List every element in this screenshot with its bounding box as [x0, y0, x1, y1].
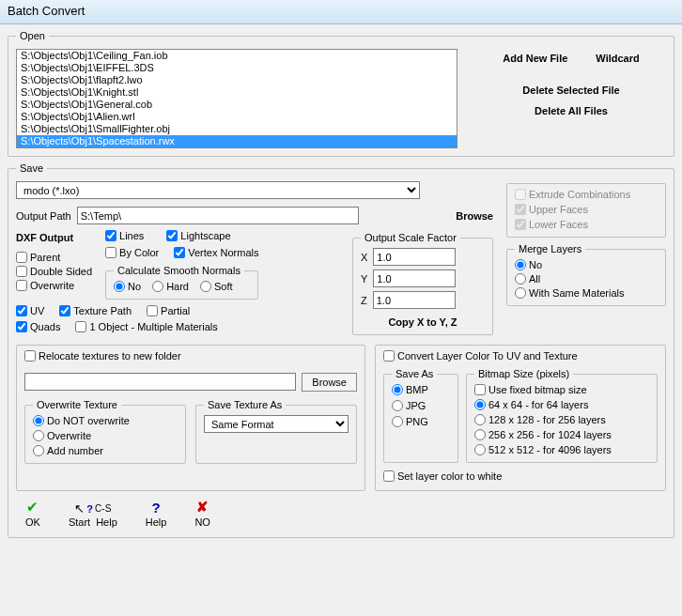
extrude-checkbox: Extrude Combinations [515, 189, 658, 200]
calc-normals-group: Calculate Smooth Normals No Hard Soft [105, 265, 258, 300]
vertex-normals-checkbox[interactable]: Vertex Normals [174, 247, 258, 258]
overwrite-checkbox[interactable]: Overwrite [16, 280, 92, 291]
help-icon: ? [151, 500, 160, 516]
browse-output-button[interactable]: Browse [456, 210, 493, 222]
lightscape-checkbox[interactable]: Lightscape [166, 230, 230, 241]
texture-group: Relocate textures to new folder Browse O… [16, 345, 365, 491]
scale-group: Output Scale Factor X Y Z Copy X to Y, Z [352, 232, 493, 335]
png-radio[interactable]: PNG [392, 416, 450, 427]
jpg-radio[interactable]: JPG [392, 400, 450, 411]
file-list[interactable]: S:\Objects\Obj1\Ceiling_Fan.iobS:\Object… [16, 49, 457, 148]
cs-help-button[interactable]: ↖ ? C-S StartHelp [69, 501, 117, 528]
scale-y-input[interactable] [373, 270, 456, 287]
merge-layers-group: Merge Layers No All With Same Materials [506, 243, 666, 306]
calc-soft-radio[interactable]: Soft [200, 281, 233, 292]
quads-checkbox[interactable]: Quads [16, 321, 60, 332]
relocate-checkbox[interactable]: Relocate textures to new folder [24, 350, 181, 362]
relocate-path-input[interactable] [24, 373, 296, 391]
open-group: Open S:\Objects\Obj1\Ceiling_Fan.iobS:\O… [8, 30, 674, 157]
lower-faces-checkbox: Lower Faces [515, 219, 658, 230]
file-list-item[interactable]: S:\Objects\Obj1\EIFFEL.3DS [17, 62, 457, 74]
delete-all-button[interactable]: Delete All Files [535, 105, 608, 116]
lines-checkbox[interactable]: Lines [105, 230, 144, 241]
save-group: Save modo (*.lxo) Output Path Browse [8, 162, 674, 538]
help-button[interactable]: ? Help [146, 500, 167, 528]
file-list-item[interactable]: S:\Objects\Obj1\Knight.stl [17, 86, 457, 99]
bitmap-size-group: Bitmap Size (pixels) Use fixed bitmap si… [466, 368, 658, 463]
save-texture-as-group: Save Texture As Same Format [195, 399, 357, 464]
file-list-item[interactable]: S:\Objects\Obj1\Spacestation.rwx [17, 135, 457, 147]
copy-x-button[interactable]: Copy X to Y, Z [361, 316, 485, 328]
save-as-format-group: Save As BMP JPG PNG [383, 368, 458, 463]
file-list-item[interactable]: S:\Objects\Obj1\General.cob [17, 99, 457, 111]
save-texture-as-select[interactable]: Same Format [204, 415, 349, 433]
file-list-item[interactable]: S:\Objects\Obj1\Alien.wrl [17, 111, 457, 123]
delete-selected-button[interactable]: Delete Selected File [522, 85, 619, 96]
output-path-input[interactable] [77, 207, 359, 224]
size-128-radio[interactable]: 128 x 128 - for 256 layers [474, 414, 649, 425]
title-bar: Batch Convert [0, 0, 682, 24]
ow-yes-radio[interactable]: Overwrite [33, 430, 178, 441]
cursor-icon: ↖ [74, 501, 85, 516]
upper-faces-checkbox: Upper Faces [515, 204, 658, 215]
window-title: Batch Convert [8, 4, 85, 18]
overwrite-texture-group: Overwrite Texture Do NOT overwrite Overw… [24, 399, 186, 464]
wildcard-button[interactable]: Wildcard [596, 53, 639, 64]
merge-no-radio[interactable]: No [515, 259, 658, 270]
texture-path-checkbox[interactable]: Texture Path [59, 305, 132, 316]
one-object-checkbox[interactable]: 1 Object - Multiple Materials [75, 321, 217, 332]
calc-no-radio[interactable]: No [114, 281, 141, 292]
bycolor-checkbox[interactable]: By Color [105, 247, 159, 258]
ow-no-radio[interactable]: Do NOT overwrite [33, 415, 178, 426]
double-sided-checkbox[interactable]: Double Sided [16, 266, 92, 277]
cross-icon: ✘ [196, 499, 209, 516]
ok-button[interactable]: ✔ OK [25, 499, 40, 528]
size-512-radio[interactable]: 512 x 512 - for 4096 layers [474, 444, 649, 455]
add-new-file-button[interactable]: Add New File [503, 53, 567, 64]
partial-checkbox[interactable]: Partial [147, 305, 190, 316]
scale-z-input[interactable] [373, 291, 456, 309]
check-icon: ✔ [26, 499, 39, 516]
size-256-radio[interactable]: 256 x 256 - for 1024 layers [474, 429, 649, 440]
merge-all-radio[interactable]: All [515, 273, 658, 285]
open-legend: Open [16, 30, 49, 41]
parent-checkbox[interactable]: Parent [16, 252, 92, 263]
fixed-size-checkbox[interactable]: Use fixed bitmap size [474, 384, 649, 395]
uv-checkbox[interactable]: UV [16, 305, 44, 316]
save-legend: Save [16, 162, 47, 174]
merge-same-radio[interactable]: With Same Materials [515, 287, 658, 299]
scale-x-input[interactable] [373, 248, 456, 266]
convert-layer-group: Convert Layer Color To UV and Texture Sa… [375, 345, 666, 491]
format-select[interactable]: modo (*.lxo) [16, 181, 420, 199]
dxf-heading: DXF Output [16, 232, 92, 243]
file-list-item[interactable]: S:\Objects\Obj1\flapft2.lwo [17, 74, 457, 86]
relocate-browse-button[interactable]: Browse [302, 373, 357, 392]
calc-hard-radio[interactable]: Hard [152, 281, 189, 292]
set-white-checkbox[interactable]: Set layer color to white [383, 470, 502, 482]
ow-add-radio[interactable]: Add number [33, 445, 178, 456]
file-list-item[interactable]: S:\Objects\Obj1\Ceiling_Fan.iob [17, 50, 457, 62]
output-path-label: Output Path [16, 210, 71, 222]
convert-layer-checkbox[interactable]: Convert Layer Color To UV and Texture [383, 350, 578, 362]
extrude-group: Extrude Combinations Upper Faces Lower F… [506, 183, 666, 238]
size-64-radio[interactable]: 64 x 64 - for 64 layers [474, 399, 649, 410]
bmp-radio[interactable]: BMP [392, 384, 450, 395]
file-list-item[interactable]: S:\Objects\Obj1\SmallFighter.obj [17, 123, 457, 135]
no-button[interactable]: ✘ NO [194, 499, 210, 528]
